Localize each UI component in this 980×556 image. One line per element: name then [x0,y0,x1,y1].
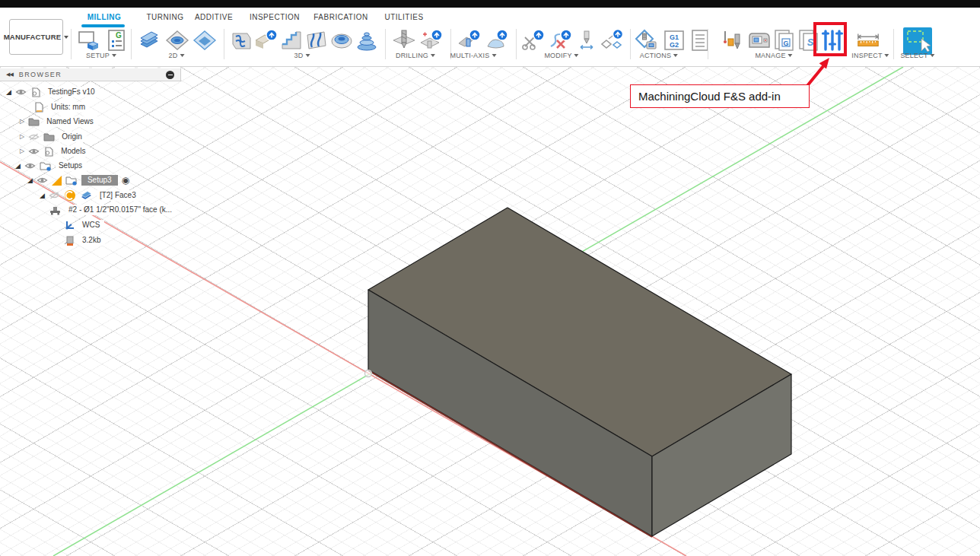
tree-row-face3[interactable]: ◢ [T2] Face3 [40,189,141,202]
workspace-selector-button[interactable]: MANUFACTURE [9,19,63,55]
edit-tool-orientation-button[interactable] [574,27,600,53]
tool-library-button[interactable] [720,27,746,53]
fusion360-window: MANUFACTURE MILLING TURNING ADDITIVE INS… [0,0,980,556]
tab-utilities[interactable]: UTILITIES [384,13,423,21]
spiral-button[interactable] [354,27,380,53]
adaptive-clearing-button[interactable] [228,27,254,53]
drilling-group-label: DRILLING [396,52,428,59]
expand-triangle-icon[interactable]: ◢ [40,192,45,199]
tree-item-label-selected[interactable]: Setup3 [81,175,118,186]
tab-turning[interactable]: TURNING [146,13,183,21]
parallel-button[interactable] [304,27,329,53]
swarf-button[interactable] [457,27,482,53]
wcs-axes-icon [64,220,75,231]
visibility-off-eye-icon[interactable] [28,133,40,141]
simulate-gcode-button[interactable]: G1 G2 [661,27,687,53]
drill-button[interactable] [391,27,417,53]
select-group-label: SELECT [900,52,928,59]
transform-toolpath-button[interactable] [600,27,625,53]
separator [630,29,631,59]
multiaxis-contour-button[interactable] [484,27,510,53]
stock-body[interactable] [368,208,791,536]
horizontal-button[interactable] [329,27,355,53]
expand-triangle-icon[interactable]: ◢ [27,177,33,184]
visibility-eye-icon[interactable] [15,88,27,96]
steep-shallow-button[interactable] [278,27,304,53]
tree-item-label[interactable]: TestingFs v10 [45,87,100,97]
tree-item-label[interactable]: 3.2kb [79,235,105,246]
setup-sheet-button[interactable] [687,27,713,53]
visibility-eye-icon[interactable] [28,148,40,155]
2d-adaptive-button[interactable] [137,27,163,53]
pocket-clearing-button[interactable] [253,27,279,53]
post-process-button[interactable] [635,27,660,53]
modify-group-dropdown[interactable]: MODIFY [544,52,578,59]
tree-row-wcs[interactable]: WCS [64,219,104,231]
3d-group-dropdown[interactable]: 3D [294,52,310,59]
delete-passes-button[interactable] [548,27,574,53]
actions-group-dropdown[interactable]: ACTIONS [640,52,678,59]
tree-item-label[interactable]: Models [58,146,90,157]
tree-item-label[interactable]: Origin [59,132,87,142]
trim-scissors-icon [520,28,546,52]
activate-setup-icon[interactable]: ◉ [122,176,129,185]
tree-row-setups[interactable]: ◢ Setups [15,160,87,172]
inspect-group-dropdown[interactable]: INSPECT [851,52,889,59]
machine-library-button[interactable] [746,27,772,53]
gcode-g1g2-icon: G1 G2 [663,29,686,52]
tree-item-label[interactable]: WCS [79,220,104,230]
new-setup-button[interactable] [76,27,102,53]
select-group-dropdown[interactable]: SELECT [900,52,934,59]
collapse-triangle-icon[interactable]: ▷ [20,119,24,125]
bore-button[interactable] [418,27,444,53]
tab-milling[interactable]: MILLING [88,13,122,21]
tab-additive[interactable]: ADDITIVE [195,13,233,21]
scene-3d [0,67,980,556]
collapse-panel-icon[interactable]: ◀◀ [6,71,13,78]
collapse-triangle-icon[interactable]: ▷ [20,134,24,140]
tree-row-document[interactable]: ◢ TestingFs v10 [6,86,100,98]
chevron-down-icon [112,54,116,57]
tree-item-label[interactable]: Setups [56,160,87,171]
tree-row-setup3[interactable]: ◢ Setup3 ◉ [27,174,129,186]
tree-row-named-views[interactable]: ▷ Named Views [20,116,98,128]
tree-row-origin[interactable]: ▷ Origin [20,131,87,143]
minimize-browser-icon[interactable] [166,71,174,79]
measure-button[interactable] [855,27,881,53]
multiaxis-group-dropdown[interactable]: MULTI-AXIS [450,52,497,59]
nc-program-button[interactable]: G [103,27,129,53]
expand-triangle-icon[interactable]: ◢ [15,163,21,170]
swarf-icon [457,28,482,52]
3d-group-label: 3D [294,52,304,59]
units-document-icon [34,102,44,113]
chevron-down-icon [574,54,579,57]
annotation-text: MachiningCloud F&S add-in [638,90,781,103]
tree-item-label[interactable]: Named Views [43,116,98,127]
tree-row-models[interactable]: ▷ Models [20,145,90,157]
post-library-button[interactable]: G [772,27,797,53]
setup-group-dropdown[interactable]: SETUP [86,52,116,59]
collapse-triangle-icon[interactable]: ▷ [20,148,24,154]
visibility-off-eye-icon[interactable] [49,192,60,199]
visibility-eye-icon[interactable] [24,162,36,170]
trim-toolpath-button[interactable] [520,27,546,53]
manage-group-dropdown[interactable]: MANAGE [755,52,792,59]
chevron-down-icon [180,54,184,57]
visibility-eye-icon[interactable] [37,176,48,184]
tree-row-units[interactable]: Units: mm [34,101,90,113]
tree-row-tool[interactable]: #2 - Ø1 1/2"R0.0157" face (k... [49,204,177,216]
tree-row-stock[interactable]: 3.2kb [64,234,105,246]
expand-triangle-icon[interactable]: ◢ [6,89,11,96]
tree-item-label[interactable]: #2 - Ø1 1/2"R0.0157" face (k... [65,205,177,215]
2d-pocket-button[interactable] [164,27,190,53]
tree-item-label[interactable]: [T2] Face3 [97,190,141,201]
tab-fabrication[interactable]: FABRICATION [313,13,368,21]
drilling-group-dropdown[interactable]: DRILLING [396,52,435,59]
tab-inspection[interactable]: INSPECTION [250,13,300,21]
2d-group-dropdown[interactable]: 2D [169,52,185,59]
2d-face-button[interactable] [192,27,218,53]
modify-group-label: MODIFY [544,52,571,59]
tree-item-label[interactable]: Units: mm [48,102,90,113]
origin-marker [365,370,372,377]
viewport-canvas[interactable] [0,67,980,556]
